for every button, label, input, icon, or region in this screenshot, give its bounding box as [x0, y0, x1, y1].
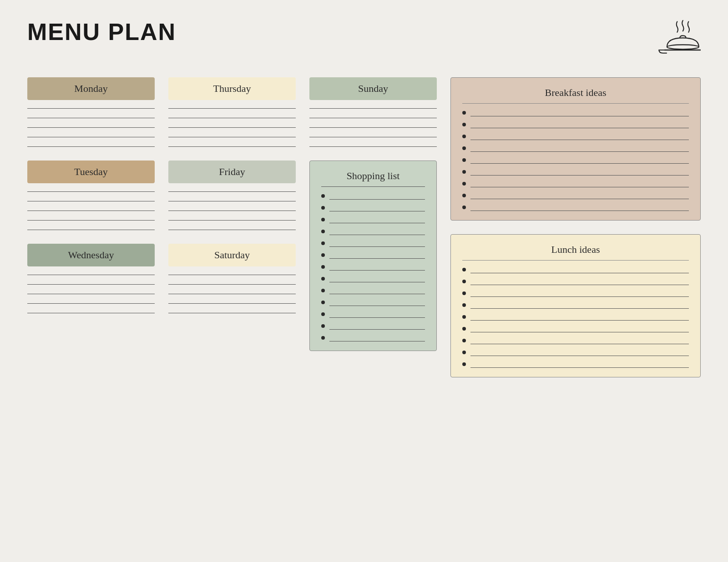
- bullet-dot: [462, 280, 466, 283]
- day-line: [168, 275, 296, 275]
- breakfast-ideas-title: Breakfast ideas: [462, 87, 689, 104]
- day-line: [27, 118, 155, 118]
- wednesday-lines: [27, 275, 155, 313]
- list-item: [462, 182, 689, 187]
- bullet-line: [329, 270, 425, 271]
- list-item: [462, 158, 689, 164]
- bullet-dot: [462, 123, 466, 126]
- shopping-list-box: Shopping list: [309, 161, 437, 351]
- day-line: [27, 230, 155, 230]
- lunch-ideas-box: Lunch ideas: [450, 234, 701, 377]
- bullet-dot: [462, 291, 466, 295]
- column-3: Sunday Shopping list: [309, 77, 437, 351]
- list-item: [462, 315, 689, 321]
- list-item: [462, 135, 689, 140]
- bullet-line: [470, 332, 689, 332]
- bullet-line: [470, 296, 689, 297]
- list-item: [462, 146, 689, 152]
- bullet-dot: [321, 194, 325, 198]
- bullet-line: [470, 308, 689, 309]
- bullet-line: [470, 367, 689, 368]
- breakfast-ideas-box: Breakfast ideas: [450, 77, 701, 221]
- bullet-line: [329, 246, 425, 247]
- thursday-lines: [168, 108, 296, 147]
- bullet-dot: [462, 327, 466, 331]
- friday-section: Friday: [168, 161, 296, 230]
- bullet-line: [470, 116, 689, 116]
- sunday-section: Sunday: [309, 77, 437, 147]
- list-item: [321, 289, 425, 294]
- thursday-section: Thursday: [168, 77, 296, 147]
- bullet-line: [470, 211, 689, 211]
- day-line: [27, 294, 155, 294]
- list-item: [321, 241, 425, 247]
- shopping-list-title: Shopping list: [321, 170, 425, 187]
- bullet-dot: [321, 241, 325, 245]
- list-item: [462, 339, 689, 344]
- bullet-line: [470, 320, 689, 321]
- bullet-line: [329, 199, 425, 200]
- bullet-line: [470, 187, 689, 187]
- main-grid: Monday Tuesday Wednesday: [27, 77, 701, 377]
- right-column: Breakfast ideas Lunch ideas: [450, 77, 701, 377]
- monday-section: Monday: [27, 77, 155, 147]
- bullet-dot: [462, 158, 466, 162]
- svg-point-0: [667, 45, 699, 49]
- bullet-dot: [321, 336, 325, 340]
- lunch-ideas-title: Lunch ideas: [462, 244, 689, 261]
- list-item: [462, 194, 689, 199]
- bullet-dot: [462, 362, 466, 366]
- bullet-dot: [321, 301, 325, 304]
- chef-icon: [655, 18, 701, 59]
- friday-lines: [168, 191, 296, 230]
- bullet-line: [329, 317, 425, 318]
- list-item: [321, 312, 425, 318]
- bullet-line: [329, 211, 425, 211]
- day-line: [168, 201, 296, 201]
- list-item: [321, 265, 425, 271]
- sunday-lines: [309, 108, 437, 147]
- day-line: [168, 137, 296, 137]
- list-item: [321, 324, 425, 330]
- day-line: [309, 127, 437, 128]
- bullet-line: [329, 258, 425, 259]
- day-line: [27, 303, 155, 304]
- bullet-line: [329, 282, 425, 282]
- day-line: [168, 294, 296, 294]
- day-line: [309, 146, 437, 147]
- list-item: [462, 280, 689, 285]
- bullet-dot: [321, 277, 325, 281]
- day-line: [168, 127, 296, 128]
- wednesday-label: Wednesday: [27, 244, 155, 266]
- thursday-label: Thursday: [168, 77, 296, 100]
- friday-label: Friday: [168, 161, 296, 183]
- day-line: [168, 191, 296, 192]
- list-item: [321, 277, 425, 282]
- bullet-line: [470, 273, 689, 273]
- bullet-dot: [462, 303, 466, 307]
- list-item: [321, 336, 425, 341]
- column-2: Thursday Friday Saturday: [168, 77, 296, 327]
- bullet-dot: [462, 206, 466, 209]
- bullet-dot: [321, 289, 325, 292]
- bullet-dot: [321, 324, 325, 328]
- bullet-dot: [321, 312, 325, 316]
- list-item: [462, 327, 689, 332]
- bullet-line: [470, 128, 689, 128]
- bullet-line: [470, 199, 689, 199]
- sunday-label: Sunday: [309, 77, 437, 100]
- day-line: [27, 211, 155, 211]
- bullet-dot: [462, 135, 466, 138]
- bullet-dot: [462, 351, 466, 354]
- bullet-dot: [321, 206, 325, 210]
- saturday-section: Saturday: [168, 244, 296, 313]
- tuesday-section: Tuesday: [27, 161, 155, 230]
- bullet-dot: [462, 315, 466, 319]
- day-line: [168, 220, 296, 221]
- day-line: [168, 303, 296, 304]
- bullet-line: [329, 341, 425, 341]
- bullet-line: [329, 223, 425, 223]
- day-line: [27, 146, 155, 147]
- day-line: [168, 230, 296, 230]
- bullet-dot: [321, 265, 325, 269]
